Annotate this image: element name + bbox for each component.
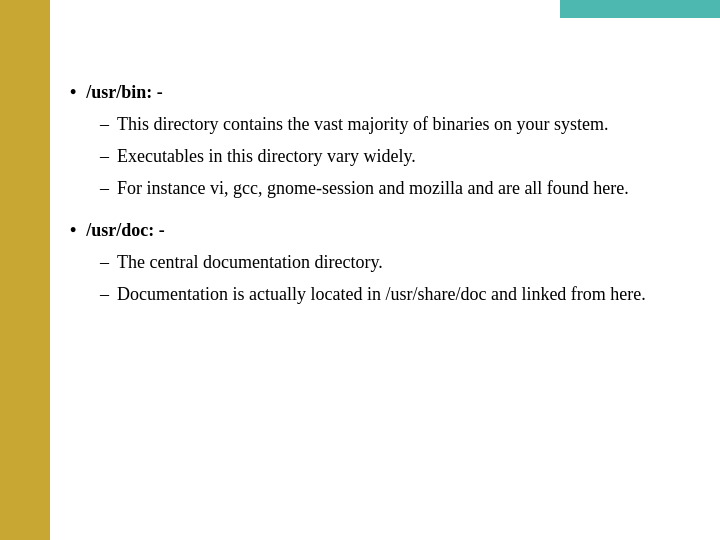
sub-bullets-usr-doc: – The central documentation directory. –… [100,249,700,308]
bullet-dot-2: • [70,218,76,243]
sub-text-3: For instance vi, gcc, gnome-session and … [117,175,629,202]
sub-text-2: Executables in this directory vary widel… [117,143,416,170]
dash-2: – [100,143,109,170]
bullet-main-usr-doc: • /usr/doc: - [70,218,700,243]
content-area: • /usr/bin: - – This directory contains … [70,80,700,520]
sub-bullet-2: – Executables in this directory vary wid… [100,143,700,170]
sub-bullet-1: – This directory contains the vast major… [100,111,700,138]
sub-bullet-4: – The central documentation directory. [100,249,700,276]
dash-1: – [100,111,109,138]
bullet-main-usr-bin: • /usr/bin: - [70,80,700,105]
dash-5: – [100,281,109,308]
top-right-accent-bar [560,0,720,18]
dash-4: – [100,249,109,276]
usr-bin-label: /usr/bin: - [86,80,163,105]
section-usr-doc: • /usr/doc: - – The central documentatio… [70,218,700,308]
section-usr-bin: • /usr/bin: - – This directory contains … [70,80,700,202]
bullet-dot-1: • [70,80,76,105]
left-accent-bar [0,0,50,540]
sub-bullet-3: – For instance vi, gcc, gnome-session an… [100,175,700,202]
sub-bullet-5: – Documentation is actually located in /… [100,281,700,308]
usr-doc-label: /usr/doc: - [86,218,165,243]
dash-3: – [100,175,109,202]
slide-container: • /usr/bin: - – This directory contains … [0,0,720,540]
sub-text-5: Documentation is actually located in /us… [117,281,646,308]
sub-bullets-usr-bin: – This directory contains the vast major… [100,111,700,202]
sub-text-1: This directory contains the vast majorit… [117,111,608,138]
sub-text-4: The central documentation directory. [117,249,383,276]
